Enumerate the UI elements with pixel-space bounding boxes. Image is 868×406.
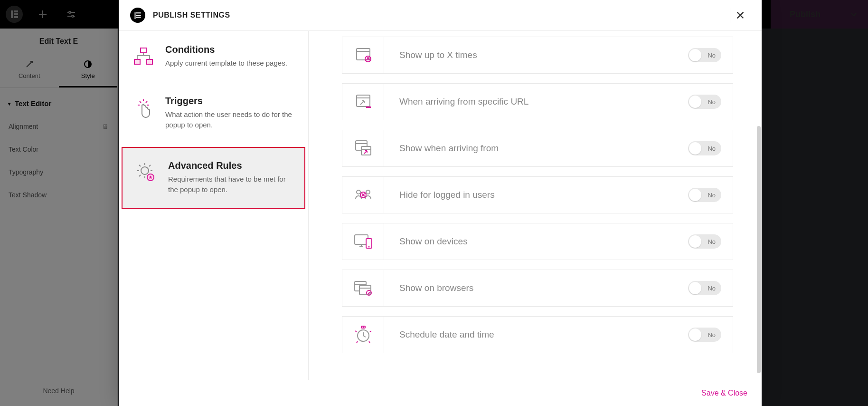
rule-browsers: Show on browsers No [342, 270, 733, 307]
modal-title: PUBLISH SETTINGS [153, 11, 230, 19]
rule-arrive-url: When arriving from specific URL No [342, 83, 733, 120]
rule-label: Show on devices [384, 236, 677, 247]
toggle-value: No [708, 238, 716, 245]
rule-label: Show up to X times [384, 50, 677, 60]
rule-label: Show on browsers [384, 283, 677, 293]
modal-header: |☰ PUBLISH SETTINGS [119, 0, 762, 31]
svg-point-20 [357, 190, 360, 194]
rule-toggle[interactable]: No [688, 234, 721, 249]
modal-nav: Conditions Apply current template to the… [119, 31, 309, 380]
svg-rect-9 [134, 59, 140, 64]
rule-label: Schedule date and time [384, 329, 677, 340]
rule-toggle[interactable]: No [688, 328, 721, 342]
close-button[interactable] [730, 8, 750, 23]
rule-label: Show when arriving from [384, 143, 677, 154]
publish-settings-modal: |☰ PUBLISH SETTINGS Conditions Apply cur… [119, 0, 762, 406]
rule-arrive-from: Show when arriving from No [342, 130, 733, 167]
toggle-value: No [708, 331, 716, 338]
nav-conditions[interactable]: Conditions Apply current template to the… [119, 31, 308, 82]
browsers-icon [342, 270, 384, 306]
rule-show-x-times: Show up to X times No [342, 37, 733, 74]
rule-devices: Show on devices No [342, 223, 733, 260]
toggle-value: No [708, 192, 716, 199]
nav-advanced-desc: Requirements that have to be met for the… [168, 174, 294, 195]
nav-advanced-title: Advanced Rules [168, 160, 294, 171]
triggers-icon [130, 96, 157, 122]
devices-icon [342, 223, 384, 260]
nav-conditions-title: Conditions [165, 44, 287, 55]
toggle-value: No [708, 145, 716, 152]
advanced-rules-icon [133, 160, 160, 184]
schedule-icon [342, 317, 384, 353]
conditions-icon [130, 44, 157, 68]
show-x-times-icon [342, 37, 384, 73]
rule-toggle[interactable]: No [688, 281, 721, 295]
close-icon [735, 10, 745, 20]
svg-point-11 [141, 167, 149, 174]
scrollbar-track [757, 126, 761, 351]
svg-point-21 [366, 190, 370, 194]
rule-schedule: Schedule date and time No [342, 316, 733, 353]
toggle-value: No [708, 52, 716, 59]
toggle-value: No [708, 98, 716, 106]
rule-label: Hide for logged in users [384, 190, 677, 200]
save-and-close-button[interactable]: Save & Close [701, 389, 747, 397]
nav-conditions-desc: Apply current template to these pages. [165, 58, 287, 69]
nav-triggers-desc: What action the user needs to do for the… [165, 109, 297, 131]
hide-logged-in-icon [342, 177, 384, 213]
nav-triggers[interactable]: Triggers What action the user needs to d… [119, 82, 308, 144]
svg-rect-10 [147, 59, 152, 64]
rule-hide-logged-in: Hide for logged in users No [342, 176, 733, 213]
nav-triggers-title: Triggers [165, 96, 297, 106]
nav-advanced-rules[interactable]: Advanced Rules Requirements that have to… [122, 147, 305, 209]
scrollbar-thumb[interactable] [757, 126, 761, 373]
rule-label: When arriving from specific URL [384, 97, 677, 107]
svg-rect-8 [141, 48, 146, 53]
elementor-logo-icon: |☰ [130, 8, 145, 23]
rule-toggle[interactable]: No [688, 95, 721, 109]
rule-toggle[interactable]: No [688, 48, 721, 62]
arrive-url-icon [342, 84, 384, 120]
svg-point-25 [368, 246, 369, 248]
modal-footer: Save & Close [119, 380, 762, 406]
modal-body: Conditions Apply current template to the… [119, 31, 762, 380]
toggle-value: No [708, 285, 716, 292]
rule-toggle[interactable]: No [688, 141, 721, 155]
modal-content: Show up to X times No When arriving from… [309, 31, 762, 380]
rule-toggle[interactable]: No [688, 188, 721, 202]
svg-rect-17 [366, 106, 371, 108]
arrive-from-icon [342, 130, 384, 166]
